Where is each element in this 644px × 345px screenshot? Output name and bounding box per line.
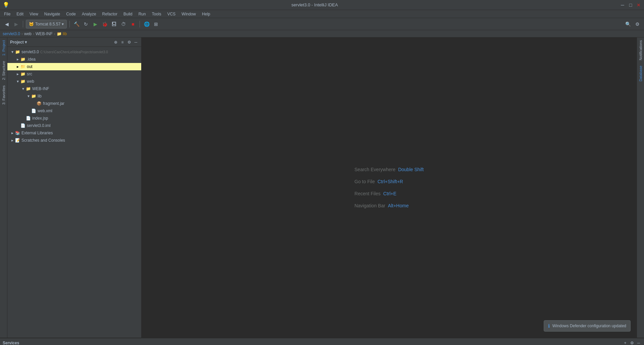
left-side-tabs: 1: Project 2: Structure 3: Favorites — [0, 38, 7, 338]
scratches-icon: 📝 — [15, 138, 20, 143]
notification-text: Windows Defender configuration updated — [552, 324, 626, 328]
file-tree-content: ▾ 📁 servlet3.0 C:\Users\CaoChenLei\IdeaP… — [7, 47, 141, 338]
navigate-forward-button[interactable]: ▶ — [12, 20, 20, 28]
tree-item-indexjsp[interactable]: 📄 index.jsp — [7, 115, 141, 122]
menu-build[interactable]: Build — [121, 11, 135, 17]
breadcrumb-servlet30[interactable]: servlet3.0 — [3, 31, 20, 36]
maximize-button[interactable]: □ — [628, 2, 633, 8]
hint-goto-shortcut: Ctrl+Shift+R — [377, 179, 403, 184]
editor-area: Search Everywhere Double Shift Go to Fil… — [142, 38, 637, 338]
tree-arrow-servlet30: ▾ — [10, 50, 15, 54]
folder-icon-web: 📁 — [20, 79, 25, 84]
menu-run[interactable]: Run — [136, 11, 149, 17]
hint-goto-text: Go to File — [355, 179, 375, 184]
right-side-tabs: Notifications Database — [637, 38, 644, 338]
hint-recent-shortcut: Ctrl+E — [383, 191, 396, 196]
menu-help[interactable]: Help — [199, 11, 213, 17]
menu-code[interactable]: Code — [63, 11, 78, 17]
locate-file-button[interactable]: ⊕ — [113, 40, 118, 45]
toolbar: ◀ ▶ 🐱 Tomcat 8.5.57 ▾ 🔨 ↻ ▶ 🐞 ⛾ ⏱ ■ 🌐 ⊞ … — [0, 18, 644, 30]
services-add-button[interactable]: + — [623, 340, 628, 345]
tree-close-button[interactable]: ─ — [133, 40, 139, 45]
title-bar: 💡 servlet3.0 - IntelliJ IDEA ─ □ ✕ — [0, 0, 644, 10]
tree-item-idea[interactable]: ▸ 📁 .idea — [7, 56, 141, 63]
project-icon: 📁 — [15, 49, 20, 55]
tree-item-scratches[interactable]: ▸ 📝 Scratches and Consoles — [7, 137, 141, 144]
toolbar-separator-2 — [69, 21, 70, 27]
tree-item-webxml[interactable]: 📄 web.xml — [7, 107, 141, 115]
run-button[interactable]: ▶ — [91, 20, 99, 28]
tree-item-webinf[interactable]: ▾ 📁 WEB-INF — [7, 85, 141, 92]
tree-item-lib[interactable]: ▾ 📁 lib — [7, 92, 141, 100]
xml-icon: 📄 — [31, 108, 36, 114]
tree-item-web[interactable]: ▾ 📁 web — [7, 78, 141, 85]
main-area: 1: Project 2: Structure 3: Favorites Pro… — [0, 38, 644, 338]
services-panel: Services + ⚙ ─ ↻ ≡ ⊞ ⊟ ⊿ ⚙ + ▾ 🐱 Tomcat … — [0, 338, 644, 345]
file-tree-panel: Project ▾ ⊕ ≡ ⚙ ─ ▾ 📁 servlet3.0 C:\User… — [7, 38, 142, 338]
tree-settings-button[interactable]: ⚙ — [126, 40, 132, 45]
libraries-icon: 📚 — [15, 130, 20, 136]
file-tree-header: Project ▾ ⊕ ≡ ⚙ ─ — [7, 38, 141, 47]
run-config-label: Tomcat 8.5.57 — [35, 22, 60, 26]
right-tab-notifications[interactable]: Notifications — [638, 38, 644, 63]
tree-item-extlibs[interactable]: ▸ 📚 External Libraries — [7, 129, 141, 137]
close-button[interactable]: ✕ — [636, 2, 641, 8]
tree-item-out[interactable]: ▸ 📁 out — [7, 63, 141, 70]
profile-button[interactable]: ⏱ — [119, 20, 127, 28]
rebuild-button[interactable]: ↻ — [82, 20, 90, 28]
collapse-all-button[interactable]: ≡ — [120, 40, 125, 45]
title-bar-controls: ─ □ ✕ — [620, 2, 641, 8]
debug-button[interactable]: 🐞 — [101, 20, 109, 28]
tree-item-src[interactable]: ▸ 📁 src — [7, 70, 141, 78]
services-header-actions: + ⚙ ─ — [623, 340, 641, 345]
menu-bar: File Edit View Navigate Code Analyze Ref… — [0, 10, 644, 18]
build-button[interactable]: 🔨 — [72, 20, 80, 28]
right-tab-database[interactable]: Database — [638, 63, 644, 84]
tree-arrow-scratches: ▸ — [10, 138, 15, 143]
hint-recent-text: Recent Files — [355, 191, 381, 196]
settings-button[interactable]: ⚙ — [633, 20, 641, 28]
run-config-dropdown-icon: ▾ — [62, 22, 64, 26]
sidebar-tab-favorites[interactable]: 3: Favorites — [1, 83, 7, 107]
menu-file[interactable]: File — [1, 11, 13, 17]
title-bar-left: 💡 — [3, 2, 9, 8]
folder-icon-webinf: 📁 — [25, 86, 31, 91]
sidebar-tab-project[interactable]: 1: Project — [1, 38, 7, 58]
minimize-button[interactable]: ─ — [620, 2, 625, 8]
tree-item-servlet30[interactable]: ▾ 📁 servlet3.0 C:\Users\CaoChenLei\IdeaP… — [7, 48, 141, 56]
editor-hints: Search Everywhere Double Shift Go to Fil… — [355, 167, 424, 208]
open-terminal-button[interactable]: ⊞ — [152, 20, 160, 28]
iml-icon: 📄 — [20, 123, 25, 128]
services-panel-title: Services — [3, 341, 19, 345]
menu-edit[interactable]: Edit — [14, 11, 26, 17]
menu-navigate[interactable]: Navigate — [42, 11, 63, 17]
menu-tools[interactable]: Tools — [149, 11, 164, 17]
folder-icon-lib: 📁 — [31, 93, 36, 99]
tree-arrow-src: ▸ — [15, 72, 20, 76]
title-bar-title: servlet3.0 - IntelliJ IDEA — [291, 2, 338, 7]
tree-item-servlet30iml[interactable]: 📄 servlet3.0.iml — [7, 122, 141, 129]
file-tree-title: Project ▾ — [10, 40, 112, 45]
run-config-selector[interactable]: 🐱 Tomcat 8.5.57 ▾ — [26, 20, 67, 28]
open-browser-button[interactable]: 🌐 — [143, 20, 151, 28]
menu-window[interactable]: Window — [179, 11, 199, 17]
menu-view[interactable]: View — [27, 11, 41, 17]
menu-analyze[interactable]: Analyze — [79, 11, 99, 17]
services-minimize-button[interactable]: ─ — [636, 340, 641, 345]
search-everywhere-button[interactable]: 🔍 — [624, 20, 632, 28]
services-settings-button[interactable]: ⚙ — [629, 340, 635, 345]
tree-arrow-lib: ▾ — [26, 94, 31, 98]
tree-item-fragmentjar[interactable]: 📦 fragment.jar — [7, 100, 141, 107]
breadcrumb-lib[interactable]: 📁 lib — [57, 31, 67, 36]
menu-vcs[interactable]: VCS — [165, 11, 178, 17]
sidebar-tab-structure[interactable]: 2: Structure — [1, 58, 7, 83]
menu-refactor[interactable]: Refactor — [100, 11, 120, 17]
navigate-back-button[interactable]: ◀ — [3, 20, 11, 28]
stop-button[interactable]: ■ — [129, 20, 137, 28]
notification-popup: ℹ Windows Defender configuration updated — [544, 320, 631, 332]
breadcrumb-web[interactable]: web — [24, 31, 32, 36]
services-panel-header: Services + ⚙ ─ — [0, 338, 644, 345]
folder-icon-src: 📁 — [20, 71, 25, 77]
breadcrumb-web-inf[interactable]: WEB-INF — [36, 31, 53, 36]
run-coverage-button[interactable]: ⛾ — [110, 20, 118, 28]
